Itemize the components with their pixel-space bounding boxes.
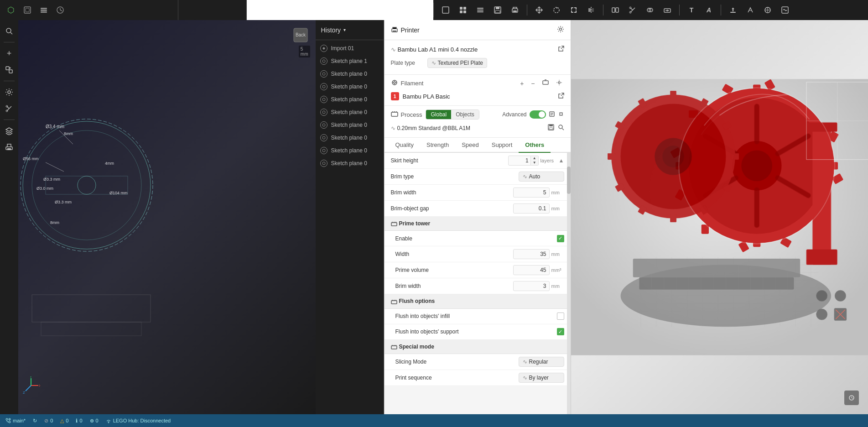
prime-volume-input[interactable] — [513, 265, 550, 275]
skirt-stepper-down[interactable]: ▼ — [531, 161, 538, 165]
toolbar-logo[interactable]: ⬡ — [4, 3, 18, 17]
collapse-icon[interactable]: ▲ — [559, 157, 564, 164]
history-item[interactable]: Sketch plane 0 — [316, 80, 384, 93]
toolbar-print-icon[interactable] — [508, 3, 522, 17]
preview-control-icon[interactable] — [844, 391, 859, 405]
toolbar-text-a-icon[interactable]: A — [702, 3, 716, 17]
toolbar-box-icon[interactable] — [438, 3, 453, 17]
slicing-mode-select[interactable]: ∿ Regular — [519, 357, 564, 367]
tab-quality[interactable]: Quality — [389, 138, 420, 153]
settings-scrollbar-thumb[interactable] — [567, 167, 571, 194]
brim-width-input[interactable] — [513, 187, 550, 198]
toolbar-imprint-icon[interactable] — [660, 3, 675, 17]
export-printer-icon[interactable] — [558, 46, 564, 53]
skirt-stepper-up[interactable]: ▲ — [531, 156, 538, 161]
toolbar-support-icon[interactable] — [726, 3, 740, 17]
toolbar-move-icon[interactable] — [532, 3, 546, 17]
cut-icon[interactable] — [2, 101, 16, 116]
tab-others[interactable]: Others — [519, 138, 551, 153]
nav-cube[interactable]: Back — [289, 24, 312, 48]
add-part-icon[interactable] — [2, 62, 16, 77]
filament-settings-icon[interactable] — [541, 78, 551, 88]
svg-rect-14 — [477, 10, 483, 10]
settings-scrollbar[interactable] — [567, 153, 571, 414]
print-icon[interactable] — [2, 140, 16, 155]
svg-rect-150 — [731, 153, 738, 160]
history-item[interactable]: Sketch plane 0 — [316, 144, 384, 157]
toolbar-cut-icon[interactable] — [625, 3, 640, 17]
toolbar-mirror-icon[interactable] — [584, 3, 598, 17]
svg-rect-118 — [753, 85, 760, 94]
history-item[interactable]: Sketch plane 0 — [316, 157, 384, 170]
process-tab-objects[interactable]: Objects — [451, 110, 479, 119]
svg-rect-84 — [391, 112, 398, 116]
history-item[interactable]: Import 01 — [316, 42, 384, 55]
history-item[interactable]: Sketch plane 0 — [316, 68, 384, 80]
search-icon[interactable] — [2, 24, 16, 38]
status-sync[interactable]: ↻ — [33, 418, 37, 424]
3d-preview[interactable] — [571, 20, 868, 414]
toolbar-text-icon[interactable]: T — [684, 3, 699, 17]
preset-search-icon[interactable] — [558, 124, 564, 132]
toolbar-layers-icon[interactable] — [36, 3, 51, 17]
status-bar: main* ↻ ⊘ 0 △ 0 ℹ 0 ⊕ 0 LEGO Hub: D — [0, 414, 868, 427]
toolbar-sep-1 — [4, 42, 15, 42]
toolbar-seam-icon[interactable] — [743, 3, 758, 17]
history-item[interactable]: Sketch plane 0 — [316, 119, 384, 131]
toolbar-scale-icon[interactable] — [567, 3, 581, 17]
toolbar-rotate-icon[interactable] — [549, 3, 564, 17]
process-note-icon[interactable] — [549, 111, 555, 119]
prime-tower-width-input[interactable] — [513, 249, 550, 259]
history-chevron[interactable]: ▾ — [343, 27, 346, 32]
print-sequence-select[interactable]: ∿ By layer — [519, 373, 564, 383]
history-item-icon — [320, 121, 327, 129]
layers-icon[interactable] — [2, 124, 16, 138]
tab-support[interactable]: Support — [485, 138, 519, 153]
prime-tower-enable-checkbox[interactable] — [557, 235, 564, 242]
skirt-height-input[interactable] — [508, 156, 531, 166]
toolbar-arrange-icon[interactable] — [473, 3, 488, 17]
slicing-mode-value: Regular — [529, 359, 548, 365]
svg-rect-119 — [753, 238, 760, 247]
toolbar-cube-icon[interactable] — [20, 3, 35, 17]
filament-config-icon[interactable] — [554, 78, 564, 88]
history-item[interactable]: Sketch plane 0 — [316, 131, 384, 144]
toolbar-save-icon[interactable] — [490, 3, 505, 17]
filament-add-button[interactable]: + — [518, 79, 525, 88]
svg-rect-89 — [549, 128, 553, 130]
prime-tower-brim-width-input[interactable] — [513, 281, 550, 291]
filament-remove-button[interactable]: − — [529, 79, 536, 88]
settings-icon[interactable] — [2, 85, 16, 99]
skirt-height-label: Skirt height — [391, 157, 508, 164]
svg-point-44 — [23, 121, 151, 249]
3d-viewport[interactable]: Back 5mm — [18, 20, 316, 414]
svg-rect-92 — [391, 223, 397, 226]
toolbar-grid2-icon[interactable] — [456, 3, 470, 17]
flush-infill-checkbox[interactable] — [557, 312, 564, 320]
advanced-toggle[interactable] — [530, 110, 546, 119]
process-config-icon[interactable] — [558, 111, 564, 119]
history-item[interactable]: Sketch plane 0 — [316, 93, 384, 106]
toolbar-clock-icon[interactable] — [53, 3, 68, 17]
brim-type-select[interactable]: ∿ Auto — [519, 172, 564, 182]
toolbar-fuzzy-icon[interactable] — [778, 3, 792, 17]
add-object-icon[interactable]: + — [2, 46, 16, 61]
svg-rect-1 — [26, 8, 29, 12]
svg-point-73 — [322, 124, 325, 126]
filament-label: Filament — [401, 80, 424, 87]
preset-save-icon[interactable] — [548, 124, 554, 132]
prime-tower-brim-width-label: Brim width — [395, 283, 513, 289]
tab-speed[interactable]: Speed — [455, 138, 485, 153]
toolbar-boolean-icon[interactable] — [643, 3, 657, 17]
toolbar-split-icon[interactable] — [608, 3, 623, 17]
printer-settings-icon[interactable] — [557, 26, 564, 34]
toolbar-multicolor-icon[interactable] — [760, 3, 775, 17]
tab-strength[interactable]: Strength — [420, 138, 455, 153]
plate-type-select[interactable]: ∿ Textured PEI Plate — [427, 58, 487, 68]
filament-export-icon[interactable] — [558, 93, 564, 100]
history-item[interactable]: Sketch plane 0 — [316, 106, 384, 119]
process-tab-global[interactable]: Global — [426, 110, 451, 119]
flush-support-checkbox[interactable] — [557, 328, 564, 335]
brim-object-gap-input[interactable] — [513, 203, 550, 214]
history-item[interactable]: Sketch plane 1 — [316, 55, 384, 68]
